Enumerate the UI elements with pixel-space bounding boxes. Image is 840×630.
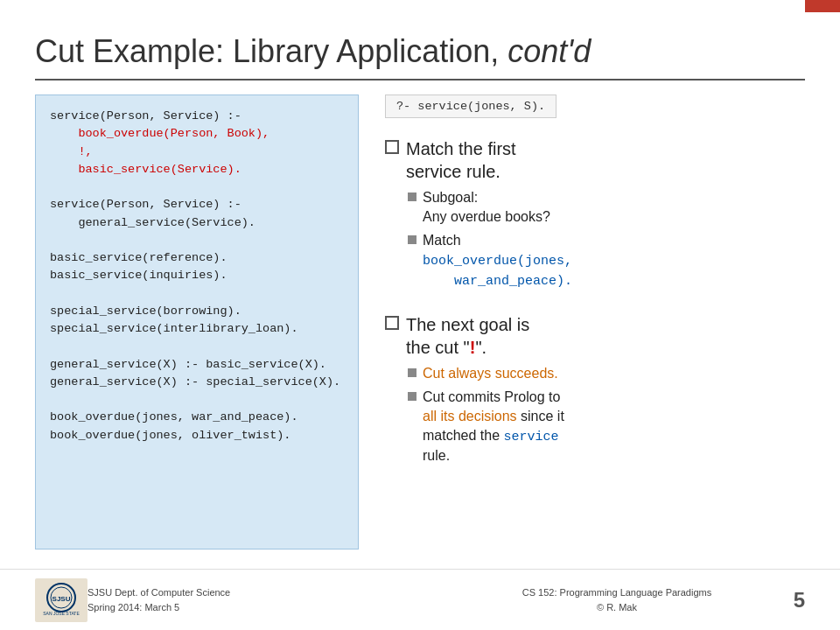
columns-layout: service(Person, Service) :- book_overdue… xyxy=(35,94,805,550)
sub-bullet-1b-code: book_overdue(jones, war_and_peace). xyxy=(423,254,572,289)
footer-dept: SJSU Dept. of Computer Science xyxy=(88,587,230,598)
code-block: service(Person, Service) :- book_overdue… xyxy=(35,94,359,550)
checkbox-1 xyxy=(385,140,399,154)
sub-bullets-1: Subgoal:Any overdue books? Matchbook_ove… xyxy=(408,188,805,290)
query-text: ?- service(jones, S). xyxy=(396,100,545,113)
footer-copyright: © R. Mak xyxy=(597,602,637,612)
checkbox-2 xyxy=(385,316,399,330)
bullet-1-text: Match the firstservice rule. xyxy=(406,137,516,183)
footer-center: CS 152: Programming Language Paradigms ©… xyxy=(440,585,793,614)
all-decisions-text: all its decisions xyxy=(423,409,517,424)
footer-page-number: 5 xyxy=(794,588,805,612)
sjsu-logo: SJSU SAN JOSÉ STATE xyxy=(35,578,88,622)
footer: SJSU SAN JOSÉ STATE SJSU Dept. of Comput… xyxy=(0,569,840,630)
slide-content: Cut Example: Library Application, cont'd… xyxy=(0,0,840,630)
bullet-2-text: The next goal isthe cut "!". xyxy=(406,313,529,359)
code-line-2: book_overdue(Person, Book), !, basic_ser… xyxy=(50,127,270,176)
svg-text:SJSU: SJSU xyxy=(52,595,71,603)
sub-bullet-2a: Cut always succeeds. xyxy=(408,364,805,383)
square-bullet-1b xyxy=(408,235,416,244)
bullet-section-1: Match the firstservice rule. Subgoal:Any… xyxy=(385,137,805,294)
main-bullet-2: The next goal isthe cut "!". xyxy=(385,313,805,359)
sub-bullet-1a: Subgoal:Any overdue books? xyxy=(408,188,805,228)
footer-left: SJSU Dept. of Computer Science Spring 20… xyxy=(88,585,440,614)
query-box: ?- service(jones, S). xyxy=(385,94,556,118)
code-line-5: service(Person, Service) :- general_serv… xyxy=(50,198,340,441)
cut-symbol: ! xyxy=(470,338,476,357)
right-column: ?- service(jones, S). Match the firstser… xyxy=(385,94,805,550)
footer-date: Spring 2014: March 5 xyxy=(88,602,179,612)
main-bullet-1: Match the firstservice rule. xyxy=(385,137,805,183)
slide-title: Cut Example: Library Application, cont'd xyxy=(35,33,805,80)
sub-bullet-1b-text: Matchbook_overdue(jones, war_and_peace). xyxy=(423,231,572,290)
title-main: Cut Example: Library Application, xyxy=(35,33,508,69)
service-code: service xyxy=(504,430,559,444)
bullet-section-2: The next goal isthe cut "!". Cut always … xyxy=(385,313,805,470)
footer-course: CS 152: Programming Language Paradigms xyxy=(522,587,711,598)
svg-text:SAN JOSÉ STATE: SAN JOSÉ STATE xyxy=(43,611,80,616)
sub-bullet-2a-text: Cut always succeeds. xyxy=(423,364,558,383)
code-line-1: service(Person, Service) :- xyxy=(50,109,242,122)
sub-bullets-2: Cut always succeeds. Cut commits Prolog … xyxy=(408,364,805,466)
sub-bullet-2b-text: Cut commits Prolog toall its decisions s… xyxy=(423,388,564,466)
sub-bullet-1a-text: Subgoal:Any overdue books? xyxy=(423,188,550,228)
square-bullet-2a xyxy=(408,368,416,377)
square-bullet-2b xyxy=(408,392,416,401)
sub-bullet-1b: Matchbook_overdue(jones, war_and_peace). xyxy=(408,231,805,290)
title-italic: cont'd xyxy=(508,33,591,69)
square-bullet-1a xyxy=(408,192,416,201)
sub-bullet-2b: Cut commits Prolog toall its decisions s… xyxy=(408,388,805,466)
